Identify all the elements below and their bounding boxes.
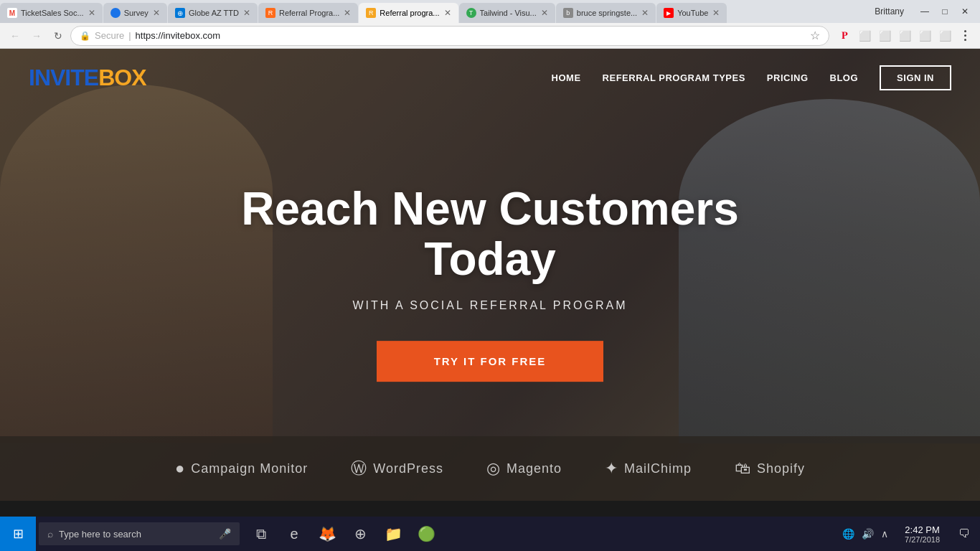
minimize-button[interactable]: ― [915, 2, 934, 21]
url-bar[interactable]: 🔒 Secure | https://invitebox.com ☆ [70, 26, 829, 46]
browser-tab-tab-4[interactable]: R Referral Progra... ✕ [258, 3, 358, 23]
ext-icon-5[interactable]: ⬜ [936, 27, 954, 45]
browser-tab-tab-1[interactable]: M TicketSales Soc... ✕ [0, 3, 103, 23]
tab-label: Referral progra... [380, 9, 439, 17]
partner-icon-magento: ◎ [486, 459, 501, 478]
logo[interactable]: INVITE BOX [29, 65, 146, 91]
close-button[interactable]: ✕ [956, 2, 974, 21]
cta-button[interactable]: TRY IT FOR FREE [377, 341, 604, 382]
tab-close-icon[interactable]: ✕ [84, 8, 95, 18]
clock-date: 7/27/2018 [905, 535, 940, 544]
tab-favicon [110, 8, 121, 18]
back-button[interactable]: ← [6, 27, 24, 45]
browser-tab-tab-3[interactable]: ⊕ Globe AZ TTD ✕ [168, 3, 258, 23]
nav-referral-program-types[interactable]: REFERRAL PROGRAM TYPES [603, 72, 745, 83]
taskbar: ⊞ ⌕ Type here to search 🎤 ⧉e🦊⊕📁🟢 🌐 🔊 ∧ 2… [0, 517, 980, 551]
ext-icon-4[interactable]: ⬜ [915, 27, 934, 45]
url-separator: | [128, 30, 131, 41]
partner-wordpress[interactable]: Ⓦ WordPress [351, 458, 443, 479]
ext-icon-3[interactable]: ⬜ [895, 27, 914, 45]
tab-close-icon[interactable]: ✕ [440, 8, 451, 18]
url-protocol: Secure [95, 30, 124, 41]
tab-label: TicketSales Soc... [21, 9, 84, 17]
forward-button[interactable]: → [27, 27, 46, 45]
start-button[interactable]: ⊞ [0, 517, 36, 551]
sign-in-button[interactable]: SIGN IN [880, 65, 951, 90]
browser-tab-tab-2[interactable]: Survey ✕ [103, 3, 167, 23]
browser-tab-tab-8[interactable]: ▶ YouTube ✕ [656, 3, 727, 23]
notification-button[interactable]: 🗨 [948, 517, 980, 551]
partner-mailchimp[interactable]: ✦ MailChimp [605, 459, 692, 478]
browser-tab-tab-5[interactable]: R Referral progra... ✕ [359, 3, 458, 23]
bookmark-icon[interactable]: ☆ [810, 29, 820, 42]
clock[interactable]: 2:42 PM 7/27/2018 [896, 517, 948, 551]
refresh-button[interactable]: ↻ [49, 27, 67, 45]
partner-shopify[interactable]: 🛍 Shopify [735, 459, 805, 478]
ext-icon-1[interactable]: ⬜ [855, 27, 874, 45]
toolbar-icons: 𝐏 ⬜ ⬜ ⬜ ⬜ ⬜ [835, 27, 974, 45]
partners-bar: ● Campaign Monitor Ⓦ WordPress ◎ Magento… [0, 436, 980, 501]
partner-label-magento: Magento [507, 461, 562, 476]
partner-magento[interactable]: ◎ Magento [486, 459, 562, 478]
tab-close-icon[interactable]: ✕ [708, 8, 720, 18]
browser-tab-tab-6[interactable]: T Tailwind - Visu... ✕ [459, 3, 555, 23]
nav-links: HOME REFERRAL PROGRAM TYPES PRICING BLOG… [552, 65, 951, 90]
taskbar-icon-explorer[interactable]: 📁 [377, 517, 409, 551]
system-tray: 🌐 🔊 ∧ 2:42 PM 7/27/2018 🗨 [834, 517, 980, 551]
tab-close-icon[interactable]: ✕ [339, 8, 351, 18]
hero-content: Reach New Customers Today WITH A SOCIAL … [203, 184, 777, 382]
ext-icon-2[interactable]: ⬜ [875, 27, 894, 45]
main-navigation: INVITE BOX HOME REFERRAL PROGRAM TYPES P… [0, 49, 980, 106]
tab-close-icon[interactable]: ✕ [637, 8, 649, 18]
tab-close-icon[interactable]: ✕ [149, 8, 160, 18]
partner-label-campaign-monitor: Campaign Monitor [191, 461, 308, 476]
address-bar: ← → ↻ 🔒 Secure | https://invitebox.com ☆… [0, 23, 980, 49]
tabs-area: M TicketSales Soc... ✕ Survey ✕ ⊕ Globe … [0, 0, 875, 23]
tab-label: YouTube [677, 9, 708, 17]
nav-blog[interactable]: BLOG [830, 72, 859, 83]
volume-icon[interactable]: 🔊 [859, 528, 876, 540]
logo-invite-text: INVITE [29, 65, 98, 91]
sys-icons-area: 🌐 🔊 ∧ [834, 517, 896, 551]
partner-icon-mailchimp: ✦ [605, 459, 618, 478]
partner-icon-campaign-monitor: ● [175, 459, 185, 478]
maximize-button[interactable]: □ [936, 2, 954, 21]
tab-favicon: M [7, 8, 17, 18]
tab-favicon: R [366, 8, 376, 18]
taskbar-pinned-icons: ⧉e🦊⊕📁🟢 [242, 517, 445, 551]
tab-close-icon[interactable]: ✕ [239, 8, 250, 18]
browser-frame: M TicketSales Soc... ✕ Survey ✕ ⊕ Globe … [0, 0, 980, 49]
partner-icon-shopify: 🛍 [735, 459, 751, 478]
hero-subtitle: WITH A SOCIAL REFERRAL PROGRAM [203, 299, 777, 312]
logo-box-text: BOX [98, 65, 146, 91]
nav-home[interactable]: HOME [552, 72, 581, 83]
network-icon[interactable]: 🌐 [840, 528, 857, 540]
title-bar: M TicketSales Soc... ✕ Survey ✕ ⊕ Globe … [0, 0, 980, 23]
chevron-icon[interactable]: ∧ [879, 528, 890, 540]
microphone-icon[interactable]: 🎤 [219, 528, 231, 540]
browser-tab-tab-7[interactable]: b bruce springste... ✕ [556, 3, 656, 23]
partner-label-wordpress: WordPress [373, 461, 443, 476]
chrome-menu-button[interactable] [956, 27, 974, 45]
url-display: https://invitebox.com [136, 30, 221, 41]
tab-favicon: b [563, 8, 573, 18]
taskbar-icon-edge[interactable]: e [278, 517, 310, 551]
tab-favicon: ⊕ [175, 8, 185, 18]
lock-icon: 🔒 [80, 31, 90, 41]
taskbar-icon-firefox[interactable]: 🦊 [311, 517, 343, 551]
partner-campaign-monitor[interactable]: ● Campaign Monitor [175, 459, 308, 478]
tab-favicon: ▶ [664, 8, 674, 18]
tab-close-icon[interactable]: ✕ [537, 8, 548, 18]
taskbar-icon-uapp[interactable]: 🟢 [410, 517, 442, 551]
pinterest-icon[interactable]: 𝐏 [835, 27, 854, 45]
taskbar-icon-task-view[interactable]: ⧉ [245, 517, 277, 551]
window-controls: ― □ ✕ [910, 0, 980, 23]
nav-pricing[interactable]: PRICING [767, 72, 809, 83]
taskbar-search[interactable]: ⌕ Type here to search 🎤 [39, 522, 240, 545]
taskbar-icon-chrome[interactable]: ⊕ [344, 517, 376, 551]
clock-time: 2:42 PM [905, 524, 939, 535]
tab-label: Survey [124, 9, 149, 17]
search-placeholder-text: Type here to search [59, 529, 141, 540]
tab-label: Referral Progra... [279, 9, 339, 17]
partner-icon-wordpress: Ⓦ [351, 458, 367, 479]
